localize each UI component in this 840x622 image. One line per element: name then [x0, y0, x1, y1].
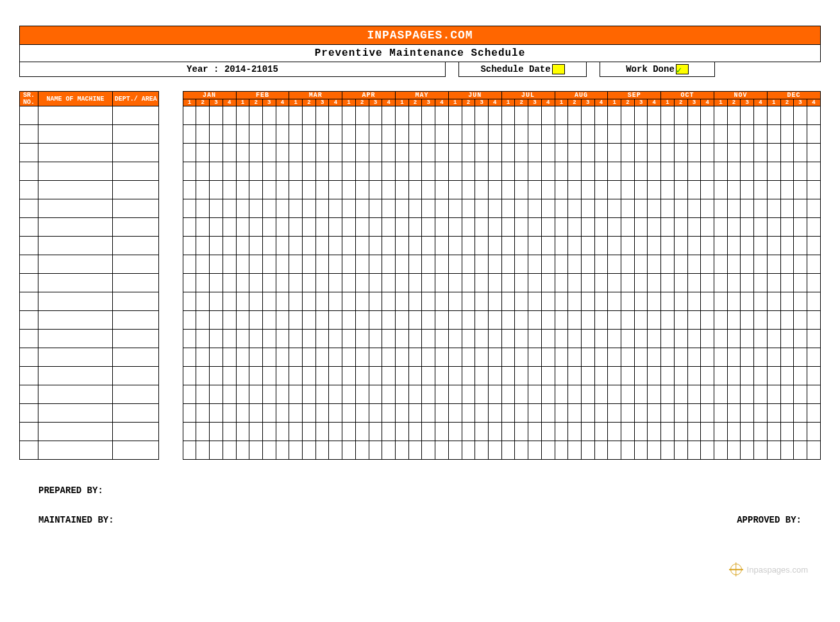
week-cell[interactable]: [210, 385, 223, 404]
week-cell[interactable]: [741, 199, 754, 218]
week-cell[interactable]: [276, 181, 289, 199]
week-cell[interactable]: [262, 274, 276, 292]
week-cell[interactable]: [594, 125, 608, 144]
week-cell[interactable]: [342, 255, 356, 274]
week-cell[interactable]: [236, 441, 249, 460]
week-cell[interactable]: [714, 311, 727, 330]
week-cell[interactable]: [608, 292, 621, 311]
week-cell[interactable]: [594, 348, 608, 367]
cell[interactable]: [20, 330, 38, 348]
week-cell[interactable]: [621, 144, 635, 162]
week-cell[interactable]: [462, 274, 475, 292]
week-cell[interactable]: [183, 125, 196, 144]
cell[interactable]: [38, 274, 112, 292]
week-cell[interactable]: [528, 330, 542, 348]
week-cell[interactable]: [661, 106, 675, 125]
week-cell[interactable]: [648, 311, 661, 330]
week-cell[interactable]: [515, 348, 528, 367]
week-cell[interactable]: [714, 274, 727, 292]
week-cell[interactable]: [475, 348, 489, 367]
week-cell[interactable]: [342, 106, 356, 125]
week-cell[interactable]: [210, 330, 223, 348]
week-cell[interactable]: [462, 423, 475, 441]
week-cell[interactable]: [289, 181, 303, 199]
week-cell[interactable]: [303, 199, 316, 218]
week-cell[interactable]: [648, 385, 661, 404]
week-cell[interactable]: [780, 162, 794, 181]
week-cell[interactable]: [528, 218, 542, 237]
week-cell[interactable]: [475, 237, 489, 255]
week-cell[interactable]: [196, 330, 210, 348]
week-cell[interactable]: [462, 311, 475, 330]
week-cell[interactable]: [236, 330, 249, 348]
week-cell[interactable]: [289, 255, 303, 274]
week-cell[interactable]: [488, 125, 501, 144]
week-cell[interactable]: [262, 404, 276, 423]
cell[interactable]: [38, 218, 112, 237]
week-cell[interactable]: [315, 106, 329, 125]
week-cell[interactable]: [767, 144, 780, 162]
week-cell[interactable]: [687, 330, 701, 348]
cell[interactable]: [20, 423, 38, 441]
week-cell[interactable]: [408, 348, 422, 367]
week-cell[interactable]: [315, 330, 329, 348]
week-cell[interactable]: [568, 218, 582, 237]
week-cell[interactable]: [794, 423, 807, 441]
week-cell[interactable]: [303, 441, 316, 460]
week-cell[interactable]: [210, 404, 223, 423]
week-cell[interactable]: [315, 181, 329, 199]
week-cell[interactable]: [780, 404, 794, 423]
week-cell[interactable]: [674, 423, 687, 441]
week-cell[interactable]: [621, 274, 635, 292]
cell[interactable]: [20, 162, 38, 181]
week-cell[interactable]: [435, 348, 449, 367]
week-cell[interactable]: [329, 162, 342, 181]
week-cell[interactable]: [196, 348, 210, 367]
week-cell[interactable]: [369, 441, 382, 460]
week-cell[interactable]: [515, 255, 528, 274]
cell[interactable]: [38, 330, 112, 348]
week-cell[interactable]: [714, 367, 727, 385]
week-cell[interactable]: [648, 367, 661, 385]
week-cell[interactable]: [289, 144, 303, 162]
cell[interactable]: [112, 330, 158, 348]
week-cell[interactable]: [541, 367, 555, 385]
week-cell[interactable]: [315, 292, 329, 311]
week-cell[interactable]: [501, 181, 515, 199]
week-cell[interactable]: [396, 125, 409, 144]
week-cell[interactable]: [674, 292, 687, 311]
week-cell[interactable]: [687, 162, 701, 181]
week-cell[interactable]: [794, 385, 807, 404]
week-cell[interactable]: [262, 441, 276, 460]
cell[interactable]: [112, 292, 158, 311]
week-cell[interactable]: [674, 106, 687, 125]
week-cell[interactable]: [369, 106, 382, 125]
week-cell[interactable]: [634, 441, 648, 460]
week-cell[interactable]: [262, 125, 276, 144]
week-cell[interactable]: [462, 441, 475, 460]
week-cell[interactable]: [568, 199, 582, 218]
week-cell[interactable]: [594, 423, 608, 441]
week-cell[interactable]: [568, 292, 582, 311]
week-cell[interactable]: [701, 218, 714, 237]
week-cell[interactable]: [289, 199, 303, 218]
week-cell[interactable]: [501, 441, 515, 460]
week-cell[interactable]: [741, 404, 754, 423]
week-cell[interactable]: [475, 106, 489, 125]
week-cell[interactable]: [408, 385, 422, 404]
week-cell[interactable]: [408, 311, 422, 330]
week-cell[interactable]: [249, 199, 263, 218]
week-cell[interactable]: [475, 218, 489, 237]
week-cell[interactable]: [396, 348, 409, 367]
week-cell[interactable]: [634, 385, 648, 404]
week-cell[interactable]: [408, 106, 422, 125]
week-cell[interactable]: [342, 274, 356, 292]
week-cell[interactable]: [488, 385, 501, 404]
week-cell[interactable]: [262, 218, 276, 237]
week-cell[interactable]: [807, 404, 820, 423]
week-cell[interactable]: [727, 404, 741, 423]
week-cell[interactable]: [727, 441, 741, 460]
week-cell[interactable]: [249, 292, 263, 311]
week-cell[interactable]: [608, 199, 621, 218]
week-cell[interactable]: [634, 199, 648, 218]
